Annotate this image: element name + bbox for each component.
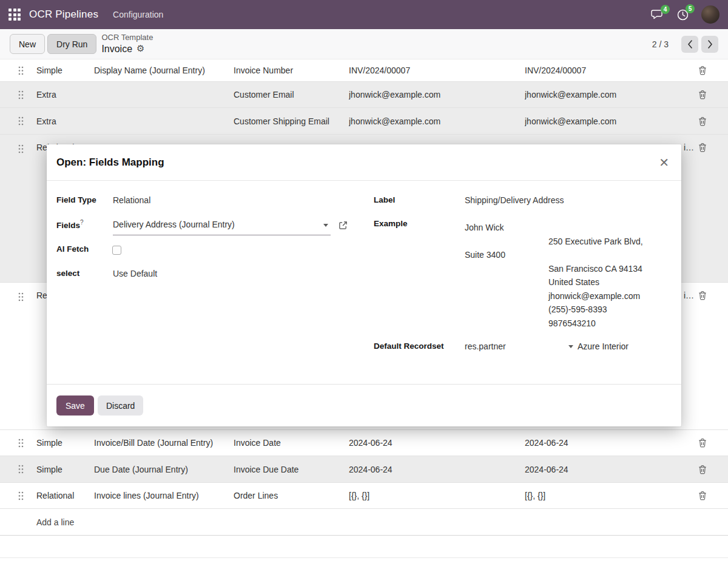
new-button[interactable]: New [10, 34, 45, 54]
delete-row-button[interactable] [676, 90, 728, 99]
discard-button[interactable]: Discard [98, 395, 143, 416]
cell-label: Invoice Due Date [234, 465, 349, 474]
cell-example: jhonwick@example.com [349, 116, 525, 126]
delete-row-button[interactable] [676, 491, 728, 500]
table-row[interactable]: Simple Display Name (Journal Entry) Invo… [0, 59, 728, 82]
select-value: Use Default [113, 269, 157, 278]
trash-icon [698, 438, 707, 448]
cell-field: Invoice lines (Journal Entry) [94, 491, 234, 500]
example-line: 250 Executive Park Blvd, [548, 235, 643, 249]
breadcrumb-parent[interactable]: OCR Template [101, 33, 153, 42]
activities-button[interactable]: 5 [676, 8, 689, 21]
close-icon[interactable]: ✕ [659, 156, 669, 169]
save-button[interactable]: Save [56, 395, 94, 416]
cell-value: jhonwick@example.com [525, 90, 676, 99]
cell-type: Extra [36, 90, 94, 99]
delete-row-button[interactable] [676, 438, 728, 448]
external-link-icon[interactable] [339, 221, 348, 230]
default-recordset-display[interactable]: Azure Interior [578, 342, 629, 351]
delete-row-button[interactable] [676, 66, 728, 75]
table-row[interactable]: Extra Customer Shipping Email jhonwick@e… [0, 108, 728, 135]
modal-header: Open: Fields Mapping ✕ [47, 144, 681, 181]
drag-handle-icon[interactable] [0, 90, 36, 99]
pager-count: 2 / 3 [652, 39, 669, 49]
drag-handle-icon[interactable] [0, 465, 36, 474]
modal-footer: Save Discard [47, 384, 681, 426]
trash-icon [698, 491, 707, 500]
trash-icon [698, 143, 707, 152]
example-line: John Wick [465, 221, 643, 235]
cell-type: Simple [36, 465, 94, 474]
add-a-line-link[interactable]: Add a line [0, 517, 74, 527]
example-line: 9876543210 [548, 317, 643, 331]
top-navbar: OCR Pipelines Configuration 4 5 [0, 0, 728, 29]
menu-configuration[interactable]: Configuration [113, 10, 163, 19]
table-row[interactable]: Relational Invoice lines (Journal Entry)… [0, 483, 728, 509]
help-icon[interactable]: ? [80, 219, 84, 226]
field-type-value: Relational [113, 195, 150, 205]
modal-title: Open: Fields Mapping [56, 156, 164, 169]
drag-handle-icon[interactable] [0, 143, 36, 153]
cell-example: INV/2024/00007 [349, 66, 525, 75]
breadcrumb-current-row: Invoice ⚙ [101, 43, 153, 55]
fields-mapping-modal: Open: Fields Mapping ✕ Field Type Relati… [47, 144, 681, 426]
cell-value: 2024-06-24 [525, 465, 676, 474]
ai-fetch-checkbox[interactable] [112, 246, 121, 255]
cell-example: 2024-06-24 [349, 438, 525, 448]
delete-row-button[interactable] [676, 116, 728, 126]
drag-handle-icon[interactable] [0, 491, 36, 500]
app-title[interactable]: OCR Pipelines [29, 8, 98, 21]
navbar-right: 4 5 [651, 5, 728, 24]
cell-value-fragment: i… [684, 143, 694, 152]
messages-button[interactable]: 4 [651, 9, 664, 21]
example-line: jhonwick@example.com [548, 289, 643, 303]
cell-example: [{}, {}] [349, 491, 525, 500]
chevron-left-icon [687, 40, 693, 49]
cell-label: Customer Shipping Email [234, 116, 349, 126]
drag-handle-icon[interactable] [0, 116, 36, 126]
cell-value: jhonwick@example.com [525, 116, 676, 126]
example-value: John Wick 250 Executive Park Blvd, Suite… [465, 221, 643, 330]
apps-grid-icon[interactable] [8, 8, 21, 21]
cell-value: [{}, {}] [525, 491, 676, 500]
cell-label: Customer Email [234, 90, 349, 99]
delete-row-button[interactable] [676, 465, 728, 474]
pager-next-button[interactable] [701, 36, 718, 53]
sheet-end [0, 536, 728, 558]
example-line: United States [548, 275, 643, 289]
breadcrumb-current: Invoice [101, 43, 132, 55]
pager-previous-button[interactable] [681, 36, 698, 53]
caret-down-icon [323, 224, 328, 227]
example-line: Suite 3400 [465, 248, 643, 262]
settings-gear-icon[interactable]: ⚙ [136, 43, 144, 55]
trash-icon [698, 291, 707, 300]
cell-label: Invoice Date [234, 438, 349, 448]
dry-run-button[interactable]: Dry Run [47, 34, 96, 54]
cell-value-fragment: i… [684, 291, 694, 300]
field-type-label: Field Type [56, 195, 96, 204]
cell-type: Simple [36, 66, 94, 75]
fields-dropdown[interactable]: Delivery Address (Journal Entry) [113, 218, 331, 235]
breadcrumb: OCR Template Invoice ⚙ [101, 33, 153, 55]
default-recordset-label: Default Recordset [374, 342, 444, 351]
drag-handle-icon[interactable] [0, 66, 36, 75]
fields-dropdown-value: Delivery Address (Journal Entry) [113, 220, 235, 229]
trash-icon [698, 116, 707, 126]
drag-handle-icon[interactable] [0, 439, 36, 448]
table-row[interactable]: Simple Invoice/Bill Date (Journal Entry)… [0, 430, 728, 456]
cell-type: Relational [36, 491, 94, 500]
fields-label: Fields? [56, 219, 84, 230]
control-panel: New Dry Run OCR Template Invoice ⚙ 2 / 3 [0, 29, 728, 59]
messages-badge: 4 [661, 5, 670, 14]
cell-field: Invoice/Bill Date (Journal Entry) [94, 438, 234, 448]
drag-handle-icon[interactable] [0, 291, 36, 301]
label-label: Label [374, 195, 395, 204]
caret-down-icon[interactable] [568, 345, 573, 348]
avatar[interactable] [701, 5, 720, 24]
navbar-left: OCR Pipelines Configuration [0, 8, 163, 21]
table-row[interactable]: Simple Due Date (Journal Entry) Invoice … [0, 456, 728, 483]
cell-type: Simple [36, 438, 94, 448]
table-row[interactable]: Extra Customer Email jhonwick@example.co… [0, 82, 728, 108]
cell-field: Display Name (Journal Entry) [94, 66, 234, 75]
default-recordset-row: res.partner Azure Interior [465, 342, 629, 351]
